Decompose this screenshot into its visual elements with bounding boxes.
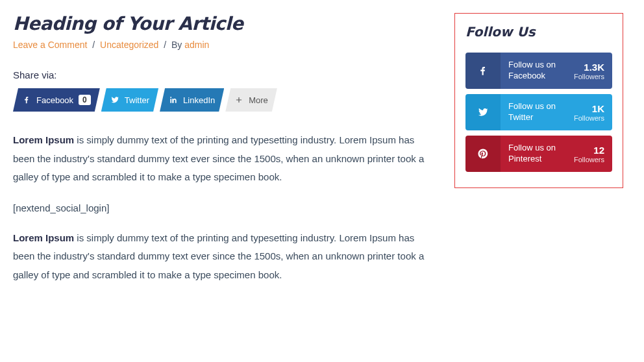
by-label: By [171,40,182,50]
sidebar-widget: Follow Us Follow us on Facebook 1.3K Fol… [454,13,623,188]
share-buttons-row: Facebook 0 Twitter LinkedIn More [13,88,428,112]
facebook-icon [19,95,36,104]
share-more-button[interactable]: More [225,88,277,112]
follow-pinterest-button[interactable]: Follow us on Pinterest 12 Followers [465,136,612,172]
paragraph-lead: Lorem Ipsum [13,232,74,243]
share-linkedin-label: LinkedIn [183,95,215,105]
twitter-icon [108,95,125,104]
sidebar-title: Follow Us [465,24,612,40]
pinterest-icon [465,136,501,172]
shortcode-text: [nextend_social_login] [13,202,428,213]
follow-twitter-button[interactable]: Follow us on Twitter 1K Followers [465,94,612,130]
article-meta: Leave a Comment / Uncategorized / By adm… [13,40,428,50]
paragraph-text: is simply dummy text of the printing and… [13,134,424,182]
facebook-icon [465,53,501,89]
linkedin-icon [166,95,183,104]
main-content: Heading of Your Article Leave a Comment … [13,13,428,300]
follow-stats: 1.3K Followers [574,62,604,80]
leave-comment-link[interactable]: Leave a Comment [13,40,87,50]
follow-count: 1.3K [574,62,604,73]
meta-separator: / [164,40,166,50]
share-facebook-button[interactable]: Facebook 0 [13,88,100,112]
follow-facebook-button[interactable]: Follow us on Facebook 1.3K Followers [465,53,612,89]
follow-stats: 12 Followers [574,145,604,163]
follow-label: Followers [574,73,604,80]
follow-content: Follow us on Pinterest 12 Followers [501,136,612,172]
share-via-label: Share via: [13,69,428,80]
follow-count: 1K [574,103,604,114]
share-facebook-label: Facebook [36,95,73,105]
share-twitter-button[interactable]: Twitter [101,88,158,112]
share-more-label: More [249,95,268,105]
category-link[interactable]: Uncategorized [100,40,158,50]
follow-text: Follow us on Pinterest [508,143,556,165]
twitter-icon [465,94,501,130]
article-title: Heading of Your Article [13,13,428,34]
follow-label: Followers [574,156,604,163]
follow-stats: 1K Followers [574,103,604,122]
article-paragraph: Lorem Ipsum is simply dummy text of the … [13,229,428,285]
follow-text: Follow us on Facebook [508,60,556,82]
paragraph-text: is simply dummy text of the printing and… [13,232,424,280]
share-twitter-label: Twitter [125,95,149,105]
plus-icon [232,95,249,104]
paragraph-lead: Lorem Ipsum [13,134,74,145]
share-linkedin-button[interactable]: LinkedIn [160,88,224,112]
author-link[interactable]: admin [184,40,209,50]
share-facebook-count: 0 [79,95,91,105]
article-paragraph: Lorem Ipsum is simply dummy text of the … [13,131,428,187]
follow-label: Followers [574,114,604,122]
follow-content: Follow us on Twitter 1K Followers [501,94,612,130]
follow-content: Follow us on Facebook 1.3K Followers [501,53,612,89]
follow-text: Follow us on Twitter [508,101,556,123]
follow-count: 12 [574,145,604,156]
meta-separator: / [92,40,95,50]
